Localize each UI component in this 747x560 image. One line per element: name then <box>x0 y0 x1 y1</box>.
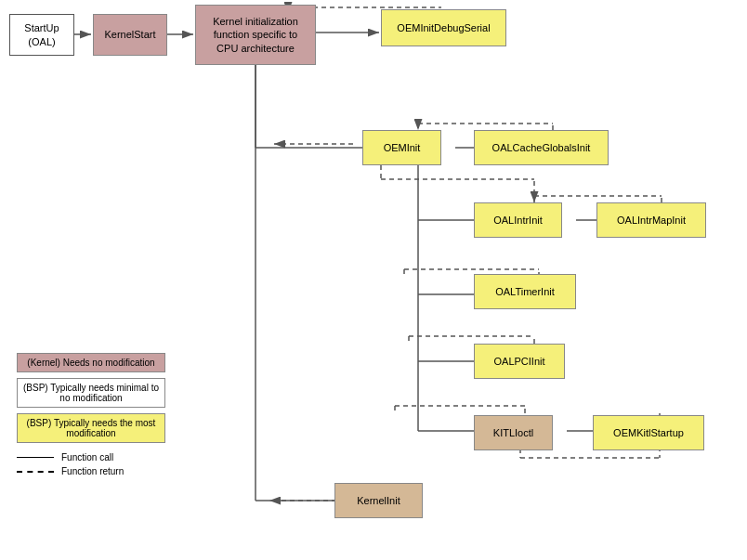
oalcache-node: OALCacheGlobalsInit <box>474 130 609 165</box>
oeminit-node: OEMInit <box>362 130 441 165</box>
startup-node: StartUp (OAL) <box>9 14 74 56</box>
solid-line-label: Function call <box>61 452 113 462</box>
legend-kernel: (Kernel) Needs no modification <box>17 353 165 372</box>
legend-bsp-most: (BSP) Typically needs the most modificat… <box>17 413 165 443</box>
dashed-line-icon <box>17 471 54 473</box>
oeminit-debug-node: OEMInitDebugSerial <box>381 9 506 46</box>
dashed-line-label: Function return <box>61 466 124 476</box>
oaltimer-node: OALTimerInit <box>474 274 576 309</box>
oalintrmap-node: OALIntrMapInit <box>596 202 706 238</box>
legend-bsp-min: (BSP) Typically needs minimal to no modi… <box>17 378 165 408</box>
solid-line-icon <box>17 457 54 458</box>
oalpci-node: OALPCIInit <box>474 344 565 379</box>
legend-dashed-line: Function return <box>17 466 165 476</box>
kitlioctl-node: KITLIoctl <box>474 415 553 450</box>
legend: (Kernel) Needs no modification (BSP) Typ… <box>17 353 165 480</box>
kernelinit-node: KernelInit <box>334 483 423 518</box>
kernelfunc-node: Kernel initializationfunction specific t… <box>195 5 316 65</box>
diagram-container: StartUp (OAL) KernelStart Kernel initial… <box>0 0 747 560</box>
kernelstart-node: KernelStart <box>93 14 167 56</box>
legend-solid-line: Function call <box>17 452 165 462</box>
oalintr-node: OALIntrInit <box>474 202 562 238</box>
oemkitl-node: OEMKitlStartup <box>593 415 704 450</box>
